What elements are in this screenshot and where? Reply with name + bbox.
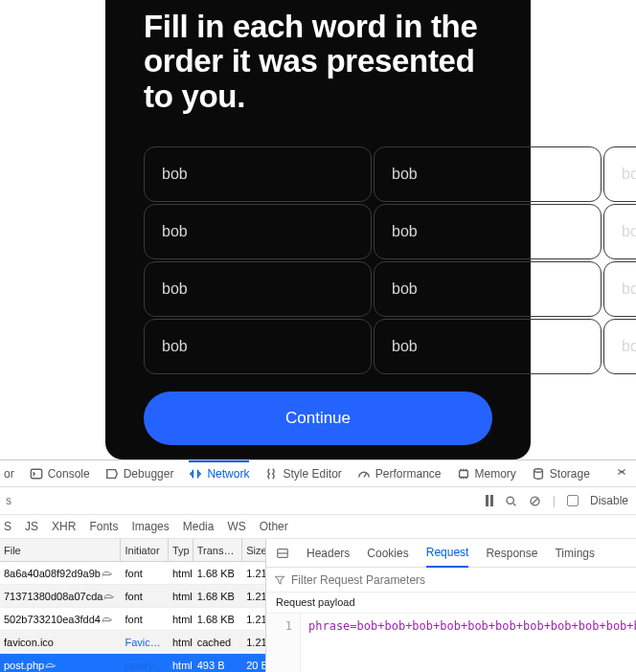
request-initiator: font xyxy=(125,614,143,625)
details-filter-row xyxy=(266,568,636,593)
tab-memory[interactable]: Memory xyxy=(457,460,516,486)
word-input-9[interactable] xyxy=(603,261,636,317)
style-editor-icon xyxy=(264,467,278,481)
details-tab-response[interactable]: Response xyxy=(486,540,537,567)
request-transferred: cached xyxy=(193,631,242,653)
request-initiator[interactable]: Favic… xyxy=(125,637,161,648)
request-file: 502b733210ea3fdd4 xyxy=(4,614,101,625)
request-file: post.php xyxy=(4,660,44,671)
col-initiator[interactable]: Initiator xyxy=(121,539,168,561)
filter-js[interactable]: JS xyxy=(25,520,38,533)
col-type[interactable]: Typ xyxy=(169,539,193,561)
request-file: 71371380d08a07cda xyxy=(4,591,102,602)
col-file[interactable]: File xyxy=(0,539,121,561)
filter-css[interactable]: S xyxy=(4,520,11,533)
request-row[interactable]: 502b733210ea3fdd4fonthtml1.68 KB1.21 xyxy=(0,608,265,631)
filter-media[interactable]: Media xyxy=(183,520,215,533)
tab-network-label: Network xyxy=(207,467,249,481)
word-input-5[interactable] xyxy=(374,204,602,259)
details-tab-request[interactable]: Request xyxy=(426,539,469,568)
request-transferred: 1.68 KB xyxy=(193,585,242,607)
payload-text[interactable]: phrase=bob+bob+bob+bob+bob+bob+bob+bob+b… xyxy=(301,614,636,672)
request-size: 20 B xyxy=(242,654,265,672)
clear-icon[interactable] xyxy=(529,495,541,507)
request-type: html xyxy=(169,562,193,584)
request-initiator[interactable]: jquery… xyxy=(125,660,165,671)
disable-cache-checkbox[interactable] xyxy=(567,495,579,506)
toggle-raw-icon[interactable] xyxy=(276,547,289,560)
filter-fonts[interactable]: Fonts xyxy=(89,520,118,533)
search-icon[interactable] xyxy=(505,495,517,507)
filter-urls-input[interactable] xyxy=(4,487,478,514)
tab-storage[interactable]: Storage xyxy=(532,460,590,486)
memory-icon xyxy=(457,467,470,481)
filter-ws[interactable]: WS xyxy=(227,520,245,533)
request-row[interactable]: favicon.icoFavic…htmlcached1.21 xyxy=(0,631,265,654)
tab-network[interactable]: Network xyxy=(189,460,249,486)
tab-debugger-label: Debugger xyxy=(124,467,174,481)
tab-style-editor[interactable]: Style Editor xyxy=(264,460,341,486)
request-transferred: 1.68 KB xyxy=(193,608,242,630)
request-row[interactable]: 8a6a40a08f92d9a9bfonthtml1.68 KB1.21 xyxy=(0,562,265,585)
heading: Fill in each word in the order it was pr… xyxy=(144,10,492,114)
word-grid xyxy=(144,146,492,374)
details-tab-timings[interactable]: Timings xyxy=(555,540,595,567)
pause-icon[interactable] xyxy=(486,495,493,506)
tab-console[interactable]: Console xyxy=(30,460,90,486)
continue-button[interactable]: Continue xyxy=(144,392,492,445)
col-transferred[interactable]: Trans… xyxy=(193,539,242,561)
initiator-indicator-icon xyxy=(44,661,57,670)
svg-point-9 xyxy=(507,497,513,504)
devtools-panel: or Console Debugger Network Style Editor… xyxy=(0,459,636,672)
svg-rect-0 xyxy=(31,469,41,479)
word-input-8[interactable] xyxy=(374,261,602,317)
word-input-1[interactable] xyxy=(144,146,372,202)
request-row[interactable]: post.phpjquery…html493 B20 B xyxy=(0,654,265,672)
performance-icon xyxy=(357,467,371,481)
console-icon xyxy=(30,467,43,481)
word-input-2[interactable] xyxy=(374,146,602,202)
request-size: 1.21 xyxy=(242,585,265,607)
tabs-overflow-icon[interactable] xyxy=(615,465,632,482)
tab-debugger[interactable]: Debugger xyxy=(105,460,174,486)
request-transferred: 493 B xyxy=(193,654,242,672)
word-input-12[interactable] xyxy=(603,319,636,374)
filter-xhr[interactable]: XHR xyxy=(52,520,76,533)
request-details: Headers Cookies Request Response Timings… xyxy=(266,539,636,672)
tab-inspector[interactable]: or xyxy=(4,460,14,486)
initiator-indicator-icon xyxy=(102,592,116,601)
request-list-header: File Initiator Typ Trans… Size xyxy=(0,539,265,562)
word-input-3[interactable] xyxy=(603,146,636,202)
request-type: html xyxy=(169,654,193,672)
word-input-6[interactable] xyxy=(603,204,636,259)
request-initiator: font xyxy=(125,591,143,602)
col-size[interactable]: Size xyxy=(242,539,265,561)
details-tab-headers[interactable]: Headers xyxy=(307,540,350,567)
tab-performance[interactable]: Performance xyxy=(357,460,442,486)
word-input-4[interactable] xyxy=(144,204,372,259)
word-input-7[interactable] xyxy=(144,261,372,317)
network-toolbar: | Disable xyxy=(0,487,636,515)
storage-icon xyxy=(532,467,545,481)
details-tab-cookies[interactable]: Cookies xyxy=(367,540,408,567)
word-input-11[interactable] xyxy=(374,319,602,374)
request-file: favicon.ico xyxy=(4,637,54,648)
filter-other[interactable]: Other xyxy=(260,520,288,533)
payload-line-number: 1 xyxy=(266,614,301,672)
disable-cache-label: Disable xyxy=(590,494,628,507)
payload-title: Request payload xyxy=(266,593,636,614)
funnel-icon xyxy=(274,574,285,586)
tab-memory-label: Memory xyxy=(475,467,516,481)
filter-images[interactable]: Images xyxy=(131,520,169,533)
tab-style-editor-label: Style Editor xyxy=(283,467,341,481)
initiator-indicator-icon xyxy=(101,569,114,578)
request-type-filters: S JS XHR Fonts Images Media WS Other xyxy=(0,515,636,539)
request-file: 8a6a40a08f92d9a9b xyxy=(4,568,101,579)
request-size: 1.21 xyxy=(242,608,265,630)
word-input-10[interactable] xyxy=(144,319,372,374)
page-content: Fill in each word in the order it was pr… xyxy=(0,0,636,459)
request-type: html xyxy=(169,631,193,653)
request-row[interactable]: 71371380d08a07cdafonthtml1.68 KB1.21 xyxy=(0,585,265,608)
details-filter-input[interactable] xyxy=(291,573,628,587)
request-type: html xyxy=(169,585,193,607)
